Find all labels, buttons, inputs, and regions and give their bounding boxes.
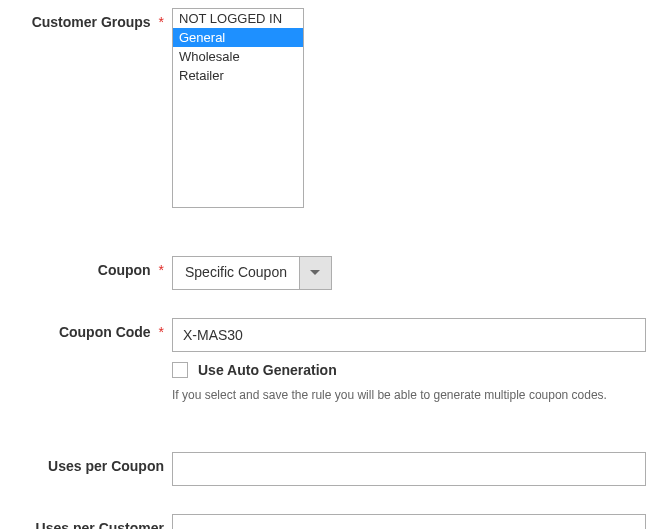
coupon-select[interactable]: Specific Coupon <box>172 256 332 290</box>
customer-group-option[interactable]: NOT LOGGED IN <box>173 9 303 28</box>
customer-groups-label: Customer Groups * <box>0 8 172 30</box>
auto-generation-checkbox[interactable] <box>172 362 188 378</box>
required-marker: * <box>159 14 164 30</box>
customer-group-option[interactable]: Wholesale <box>173 47 303 66</box>
uses-per-coupon-label: Uses per Coupon <box>0 452 172 474</box>
customer-groups-multiselect[interactable]: NOT LOGGED IN General Wholesale Retailer <box>172 8 304 208</box>
coupon-code-label: Coupon Code * <box>0 318 172 340</box>
customer-group-option[interactable]: Retailer <box>173 66 303 85</box>
coupon-select-value: Specific Coupon <box>173 257 299 289</box>
required-marker: * <box>159 262 164 278</box>
customer-group-option[interactable]: General <box>173 28 303 47</box>
uses-per-customer-input[interactable] <box>172 514 646 529</box>
uses-per-coupon-input[interactable] <box>172 452 646 486</box>
uses-per-customer-label: Uses per Customer <box>0 514 172 529</box>
auto-generation-help: If you select and save the rule you will… <box>172 386 646 404</box>
required-marker: * <box>159 324 164 340</box>
coupon-code-input[interactable] <box>172 318 646 352</box>
coupon-label: Coupon * <box>0 256 172 278</box>
auto-generation-label: Use Auto Generation <box>198 362 337 378</box>
chevron-down-icon[interactable] <box>299 257 331 289</box>
